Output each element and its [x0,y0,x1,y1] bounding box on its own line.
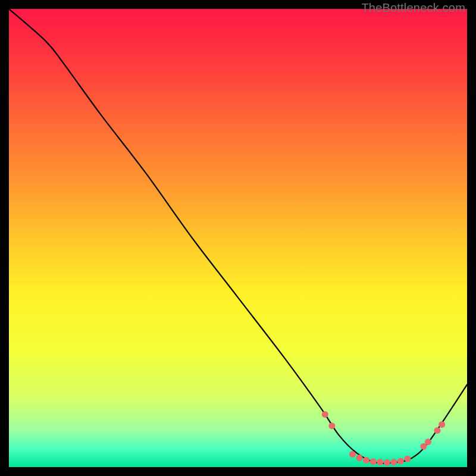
marker-dot [356,455,363,461]
marker-dot [397,458,404,464]
marker-dot [404,456,411,462]
marker-dot [370,458,377,465]
marker-dot [390,459,397,465]
marker-dot [439,421,445,428]
marker-dot [434,427,440,434]
marker-dot [377,459,383,465]
marker-dot [322,411,328,418]
marker-dot [425,439,431,445]
marker-dot [328,422,335,429]
marker-dot [349,451,356,458]
gradient-background [9,9,467,467]
watermark-text: TheBottleneck.com [361,1,465,15]
chart-svg [9,9,467,467]
plot-area [9,9,467,467]
chart-frame: TheBottleneck.com [0,0,476,476]
marker-dot [363,457,369,464]
marker-dot [384,459,390,466]
